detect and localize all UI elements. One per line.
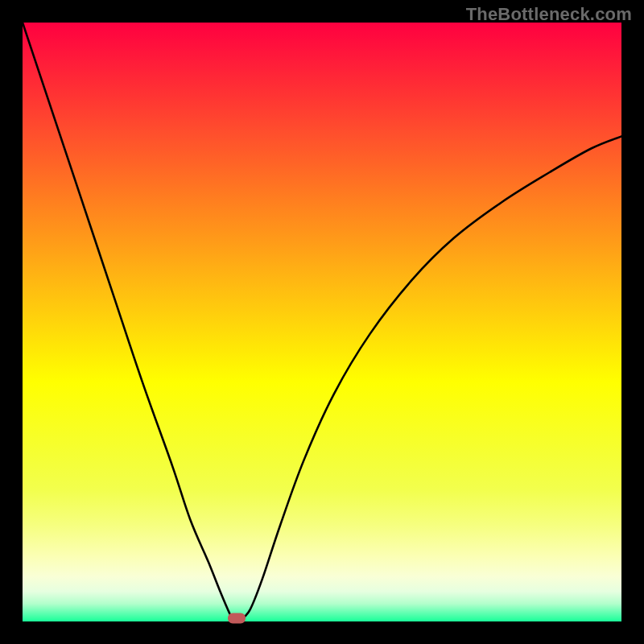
plot-area <box>23 23 621 621</box>
minimum-marker <box>228 613 246 624</box>
bottleneck-curve <box>23 23 621 621</box>
watermark-text: TheBottleneck.com <box>466 4 632 25</box>
chart-frame: TheBottleneck.com <box>0 0 644 644</box>
